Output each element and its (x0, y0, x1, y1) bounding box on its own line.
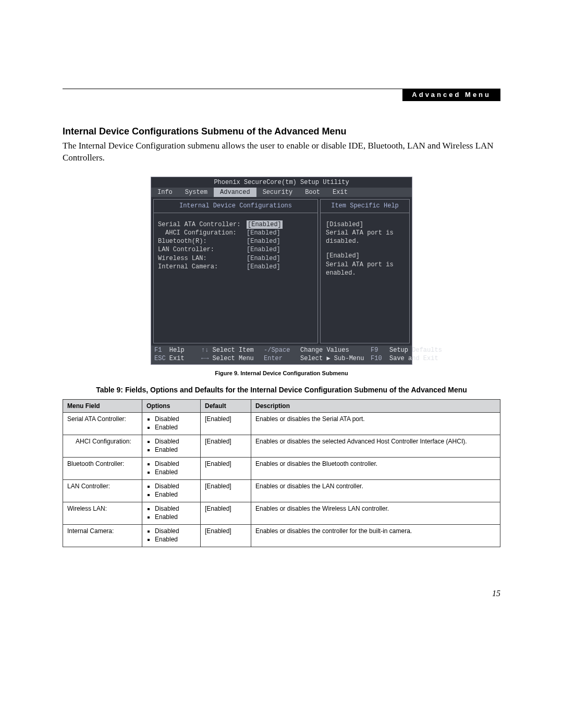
footer-key: F10 (371, 355, 382, 362)
footer-key: -/Space (264, 347, 290, 354)
footer-action: Select Item (213, 347, 254, 354)
bios-setting-label: LAN Controller: (158, 245, 247, 254)
cell-default: [Enabled] (201, 525, 251, 547)
bios-help-body: [Disabled] Serial ATA port is disabled. … (321, 213, 409, 291)
bios-setting-label: Serial ATA Controller: (158, 220, 247, 229)
table-caption: Table 9: Fields, Options and Defaults fo… (63, 386, 500, 394)
cell-description: Enables or disables the controller for t… (251, 525, 500, 547)
table-row: LAN Controller:DisabledEnabled[Enabled]E… (63, 480, 500, 502)
cell-field: LAN Controller: (63, 480, 142, 502)
bios-setting-label: Wireless LAN: (158, 254, 247, 263)
bios-item-list: Serial ATA Controller:[Enabled]AHCI Conf… (154, 213, 317, 278)
cell-description: Enables or disables the Bluetooth contro… (251, 458, 500, 480)
figure-caption: Figure 9. Internal Device Configuration … (63, 370, 500, 376)
table-header-field: Menu Field (63, 400, 142, 413)
bios-left-panel: Internal Device Configurations Serial AT… (153, 199, 318, 343)
bios-tab-boot[interactable]: Boot (299, 188, 326, 197)
bios-help-panel: Item Specific Help [Disabled] Serial ATA… (320, 199, 410, 343)
bios-setting-row[interactable]: AHCI Configuration:[Enabled] (158, 229, 313, 237)
bios-tab-security[interactable]: Security (256, 188, 299, 197)
table-header-default: Default (201, 400, 251, 413)
table-row: Internal Camera:DisabledEnabled[Enabled]… (63, 525, 500, 547)
cell-default: [Enabled] (201, 435, 251, 458)
bios-tab-info[interactable]: Info (151, 188, 179, 197)
bios-setting-value[interactable]: [Enabled] (247, 245, 280, 254)
bios-footer: F1 Help ↑↓ Select Item -/Space Change Va… (151, 346, 412, 364)
bios-setting-row[interactable]: Bluetooth(R):[Enabled] (158, 237, 313, 245)
option-item: Enabled (155, 446, 196, 453)
footer-action: Exit (169, 355, 185, 362)
cell-field: Serial ATA Controller: (63, 413, 142, 435)
header-badge: Advanced Menu (402, 89, 500, 101)
bios-setting-label: Internal Camera: (158, 263, 247, 271)
help-text: [Enabled] (326, 252, 360, 260)
option-item: Disabled (155, 483, 196, 490)
bios-setting-value[interactable]: [Enabled] (247, 229, 280, 237)
option-item: Enabled (155, 513, 196, 521)
bios-setting-row[interactable]: LAN Controller:[Enabled] (158, 245, 313, 254)
cell-field: Bluetooth Controller: (63, 458, 142, 480)
cell-description: Enables or disables the selected Advance… (251, 435, 500, 458)
bios-setting-value[interactable]: [Enabled] (247, 237, 280, 245)
footer-key: ←→ (201, 355, 209, 362)
footer-action: Select ▶ Sub-Menu (300, 355, 364, 362)
cell-options: DisabledEnabled (142, 458, 201, 480)
footer-action: Save and Exit (389, 355, 438, 362)
options-table: Menu Field Options Default Description S… (63, 399, 500, 547)
section-intro: The Internal Device Configuration submen… (63, 140, 500, 164)
cell-options: DisabledEnabled (142, 413, 201, 435)
help-text: Serial ATA port is enabled. (326, 261, 394, 277)
option-item: Disabled (155, 415, 196, 423)
cell-default: [Enabled] (201, 480, 251, 502)
bios-setting-value[interactable]: [Enabled] (247, 263, 280, 271)
option-item: Enabled (155, 491, 196, 498)
footer-key: F9 (371, 347, 378, 354)
cell-options: DisabledEnabled (142, 502, 201, 525)
cell-default: [Enabled] (201, 458, 251, 480)
footer-key: F1 (154, 347, 162, 354)
table-header-description: Description (251, 400, 500, 413)
page-number: 15 (63, 589, 500, 598)
bios-setting-value[interactable]: [Enabled] (247, 220, 283, 229)
cell-default: [Enabled] (201, 502, 251, 525)
bios-setting-label: Bluetooth(R): (158, 237, 247, 245)
cell-default: [Enabled] (201, 413, 251, 435)
bios-menubar: InfoSystemAdvancedSecurityBootExit (151, 188, 412, 197)
cell-field: Internal Camera: (63, 525, 142, 547)
bios-setting-row[interactable]: Wireless LAN:[Enabled] (158, 254, 313, 263)
cell-options: DisabledEnabled (142, 480, 201, 502)
bios-setting-row[interactable]: Internal Camera:[Enabled] (158, 263, 313, 271)
cell-options: DisabledEnabled (142, 525, 201, 547)
bios-setting-row[interactable]: Serial ATA Controller:[Enabled] (158, 220, 313, 229)
bios-setting-value[interactable]: [Enabled] (247, 254, 280, 263)
footer-action: Help (169, 347, 185, 354)
cell-description: Enables or disables the Serial ATA port. (251, 413, 500, 435)
footer-key: ↑↓ (201, 347, 209, 354)
help-text: [Disabled] (326, 221, 363, 228)
option-item: Enabled (155, 468, 196, 476)
bios-tab-system[interactable]: System (179, 188, 214, 197)
option-item: Disabled (155, 527, 196, 535)
section-title: Internal Device Configurations Submenu o… (63, 126, 500, 137)
option-item: Enabled (155, 424, 196, 431)
footer-key: Enter (264, 355, 283, 362)
cell-options: DisabledEnabled (142, 435, 201, 458)
option-item: Disabled (155, 505, 196, 512)
option-item: Disabled (155, 460, 196, 467)
table-row: Serial ATA Controller:DisabledEnabled[En… (63, 413, 500, 435)
bios-title: Phoenix SecureCore(tm) Setup Utility (151, 177, 412, 188)
bios-tab-exit[interactable]: Exit (326, 188, 354, 197)
table-row: Bluetooth Controller:DisabledEnabled[Ena… (63, 458, 500, 480)
bios-tab-advanced[interactable]: Advanced (214, 188, 256, 197)
footer-action: Setup Defaults (389, 347, 442, 354)
bios-left-panel-title: Internal Device Configurations (154, 200, 317, 213)
footer-action: Select Menu (213, 355, 254, 362)
footer-action: Change Values (300, 347, 349, 354)
option-item: Disabled (155, 438, 196, 445)
help-text: Serial ATA port is disabled. (326, 229, 394, 245)
cell-description: Enables or disables the LAN controller. (251, 480, 500, 502)
option-item: Enabled (155, 536, 196, 543)
bios-window: Phoenix SecureCore(tm) Setup Utility Inf… (151, 177, 412, 365)
cell-description: Enables or disables the Wireless LAN con… (251, 502, 500, 525)
table-header-options: Options (142, 400, 201, 413)
